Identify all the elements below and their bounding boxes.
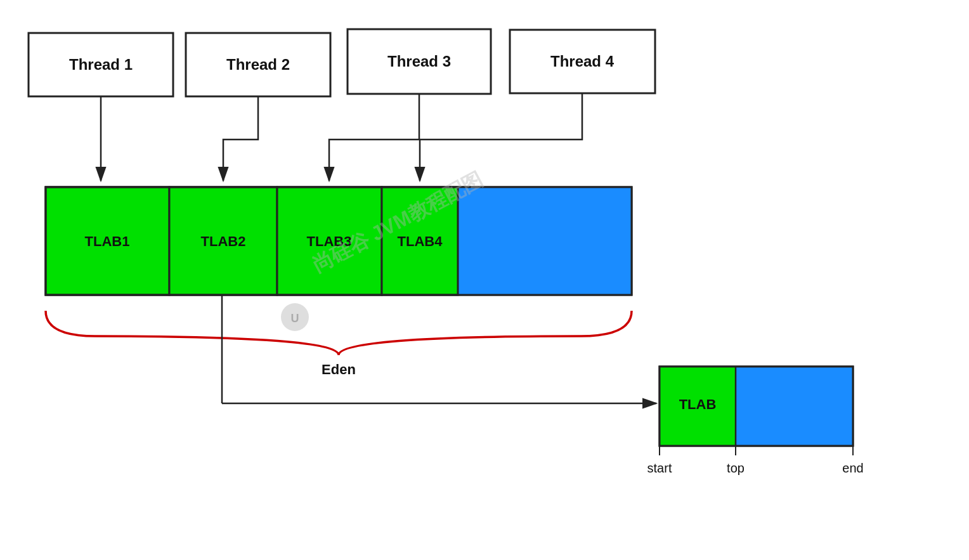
thread3-label: Thread 3 xyxy=(387,53,451,70)
thread1-label: Thread 1 xyxy=(69,56,133,73)
arrow-thread3 xyxy=(329,94,419,181)
legend-blue-part xyxy=(736,367,853,446)
thread4-label: Thread 4 xyxy=(550,53,615,70)
thread2-label: Thread 2 xyxy=(226,56,290,73)
legend-tlab-label: TLAB xyxy=(679,396,717,412)
label-end: end xyxy=(842,461,863,475)
arrow-thread4 xyxy=(420,93,582,181)
arrow-thread2 xyxy=(223,96,258,181)
label-top: top xyxy=(727,461,745,475)
eden-brace xyxy=(46,311,632,355)
tlab2-label: TLAB2 xyxy=(201,233,246,249)
label-start: start xyxy=(647,461,672,475)
tlab4-label: TLAB4 xyxy=(398,233,443,249)
tlab1-label: TLAB1 xyxy=(85,233,130,249)
eden-blue xyxy=(458,187,632,295)
svg-text:U: U xyxy=(291,312,299,325)
eden-label: Eden xyxy=(322,361,356,377)
